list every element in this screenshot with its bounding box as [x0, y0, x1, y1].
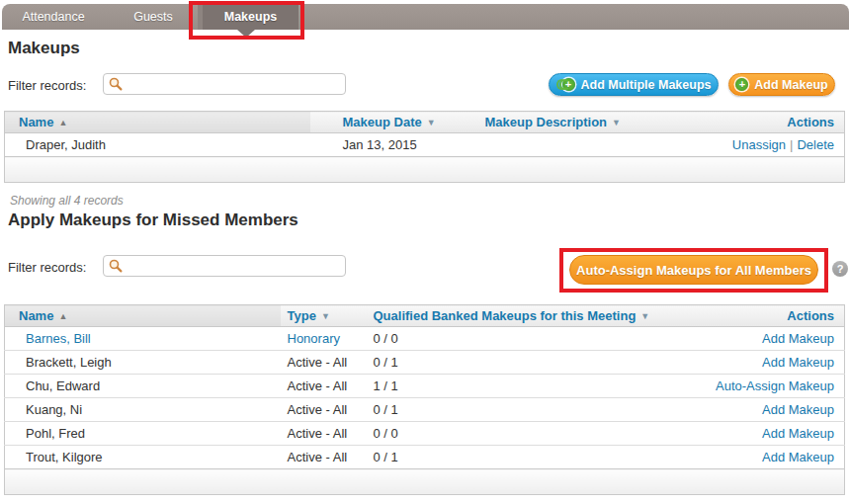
table-row: Draper, Judith Jan 13, 2015 Unassign|Del…: [5, 133, 845, 157]
missed-members-table: Name▲ Type▼ Qualified Banked Makeups for…: [4, 304, 845, 495]
column-header-type[interactable]: Type▼: [281, 305, 367, 327]
active-tab-pointer-icon: [237, 30, 255, 38]
tab-guests[interactable]: Guests: [123, 4, 184, 30]
page-title: Makeups: [8, 39, 80, 58]
cell-actions: Auto-Assign Makeup: [703, 375, 845, 398]
cell-type: Active - All: [281, 375, 367, 398]
add-makeup-link[interactable]: Add Makeup: [762, 355, 834, 370]
table-footer-row: [5, 469, 845, 495]
add-multiple-makeups-button[interactable]: + Add Multiple Makeups: [549, 73, 719, 96]
cell-name: Chu, Edward: [5, 375, 281, 398]
cell-makeup-description: [454, 133, 696, 157]
cell-name: Brackett, Leigh: [5, 351, 281, 375]
cell-type: Active - All: [281, 422, 367, 446]
tab-attendance[interactable]: Attendance: [16, 4, 91, 30]
cell-name: Draper, Judith: [5, 133, 310, 157]
filter-records-label-1: Filter records:: [8, 78, 86, 93]
makeups-page: Attendance Guests Makeups Makeups Filter…: [0, 0, 849, 504]
add-makeup-link[interactable]: Add Makeup: [762, 331, 834, 346]
cell-qualified: 0 / 1: [367, 446, 703, 469]
cell-qualified: 0 / 0: [367, 422, 703, 446]
column-header-makeup-description[interactable]: Makeup Description▼: [454, 112, 696, 133]
cell-makeup-date: Jan 13, 2015: [310, 133, 454, 157]
table-row: Barnes, Bill Honorary 0 / 0 Add Makeup: [5, 327, 845, 351]
add-makeup-label: Add Makeup: [754, 78, 827, 92]
cell-name: Trout, Kilgore: [5, 446, 281, 469]
table-row: Kuang, Ni Active - All 0 / 1 Add Makeup: [5, 398, 845, 422]
add-makeup-link[interactable]: Add Makeup: [762, 402, 834, 417]
cell-type: Active - All: [281, 446, 367, 469]
plus-circle-icon: +: [735, 78, 748, 91]
filter-records-input-1[interactable]: [103, 73, 346, 95]
column-header-qualified[interactable]: Qualified Banked Makeups for this Meetin…: [367, 305, 703, 327]
auto-assign-makeup-link[interactable]: Auto-Assign Makeup: [716, 378, 834, 393]
cell-qualified: 0 / 1: [367, 398, 703, 422]
unassign-link[interactable]: Unassign: [732, 137, 786, 152]
link-separator: |: [790, 137, 793, 152]
column-header-actions: Actions: [696, 112, 845, 133]
cell-actions: Add Makeup: [703, 422, 845, 446]
cell-type: Honorary: [281, 327, 367, 351]
cell-actions: Add Makeup: [703, 398, 845, 422]
table-header-row: Name▲ Makeup Date▼ Makeup Description▼ A…: [5, 112, 845, 133]
member-name-link[interactable]: Barnes, Bill: [26, 331, 91, 346]
table-footer-row: [5, 157, 845, 183]
column-header-makeup-date[interactable]: Makeup Date▼: [310, 112, 454, 133]
cell-type: Active - All: [281, 351, 367, 375]
table-header-row: Name▲ Type▼ Qualified Banked Makeups for…: [5, 305, 845, 327]
tab-makeups[interactable]: Makeups: [198, 4, 298, 30]
add-makeup-button[interactable]: + Add Makeup: [728, 73, 835, 96]
cell-actions: Add Makeup: [703, 446, 845, 469]
cell-name: Pohl, Fred: [5, 422, 281, 446]
cell-qualified: 0 / 0: [367, 327, 703, 351]
sort-desc-icon: ▼: [427, 118, 436, 127]
filter-records-label-2: Filter records:: [8, 260, 86, 275]
table-row: Chu, Edward Active - All 1 / 1 Auto-Assi…: [5, 375, 845, 398]
cell-name: Barnes, Bill: [5, 327, 281, 351]
search-icon: [109, 77, 123, 91]
cell-actions: Add Makeup: [703, 351, 845, 375]
record-count-summary: Showing all 4 records: [10, 194, 124, 208]
cell-type: Active - All: [281, 398, 367, 422]
filter-records-input-2[interactable]: [103, 255, 346, 277]
cell-qualified: 1 / 1: [367, 375, 703, 398]
table-row: Pohl, Fred Active - All 0 / 0 Add Makeup: [5, 422, 845, 446]
delete-link[interactable]: Delete: [797, 137, 834, 152]
sort-asc-icon: ▲: [58, 311, 67, 321]
search-icon: [109, 259, 123, 273]
tab-bar: Attendance Guests Makeups: [2, 4, 849, 30]
cell-actions: Add Makeup: [703, 327, 845, 351]
cell-qualified: 0 / 1: [367, 351, 703, 375]
auto-assign-makeups-button[interactable]: Auto-Assign Makeups for All Members: [569, 255, 818, 285]
apply-makeups-title: Apply Makeups for Missed Members: [8, 210, 298, 230]
column-header-name[interactable]: Name▲: [5, 305, 281, 327]
column-header-name[interactable]: Name▲: [5, 112, 310, 133]
makeups-table: Name▲ Makeup Date▼ Makeup Description▼ A…: [4, 111, 845, 183]
table-row: Trout, Kilgore Active - All 0 / 1 Add Ma…: [5, 446, 845, 469]
column-header-actions: Actions: [703, 305, 845, 327]
cell-name: Kuang, Ni: [5, 398, 281, 422]
add-multiple-makeups-label: Add Multiple Makeups: [581, 78, 712, 92]
add-makeup-link[interactable]: Add Makeup: [762, 426, 834, 441]
sort-asc-icon: ▲: [58, 118, 67, 127]
sort-desc-icon: ▼: [640, 311, 649, 321]
sort-desc-icon: ▼: [321, 311, 330, 321]
table-row: Brackett, Leigh Active - All 0 / 1 Add M…: [5, 351, 845, 375]
help-icon[interactable]: ?: [832, 261, 848, 277]
sort-desc-icon: ▼: [612, 118, 621, 127]
cell-actions: Unassign|Delete: [696, 133, 845, 157]
add-makeup-link[interactable]: Add Makeup: [762, 450, 834, 464]
member-type-link[interactable]: Honorary: [288, 331, 340, 346]
